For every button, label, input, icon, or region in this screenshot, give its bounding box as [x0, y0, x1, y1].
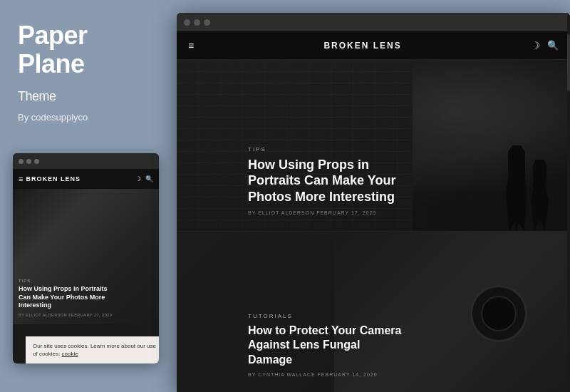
lens-inner [481, 296, 517, 331]
small-hero-content: TIPS How Using Props in Portraits Can Ma… [19, 279, 112, 317]
small-site-header: ≡ BROKEN LENS ☽ 🔍 [13, 169, 159, 189]
moon-icon: ☽ [135, 175, 141, 182]
second-content: TUTORIALS How to Protect Your Camera Aga… [248, 313, 405, 377]
scroll-indicator[interactable] [567, 31, 570, 392]
main-dot-1 [184, 19, 190, 26]
small-article-title: How Using Props in Portraits Can Make Yo… [19, 285, 111, 310]
main-header-left: ≡ [188, 40, 194, 51]
small-browser-bar [13, 153, 159, 169]
second-category: TUTORIALS [248, 313, 405, 319]
cookie-link[interactable]: cookie [61, 351, 78, 357]
hero-title[interactable]: How Using Props in Portraits Can Make Yo… [248, 157, 405, 205]
main-header-right: ☽ 🔍 [532, 40, 559, 51]
small-article-meta: BY ELLIOT ALDERSON FEBRUARY 27, 2020 [19, 313, 112, 317]
main-hamburger-icon[interactable]: ≡ [188, 40, 194, 51]
main-browser: ≡ BROKEN LENS ☽ 🔍 TIPS How Using Props i… [177, 13, 570, 392]
second-article-section: TUTORIALS How to Protect Your Camera Aga… [177, 231, 570, 392]
small-browser-preview: ≡ BROKEN LENS ☽ 🔍 TIPS How Using Props i… [13, 153, 159, 363]
main-browser-content: ≡ BROKEN LENS ☽ 🔍 TIPS How Using Props i… [177, 31, 570, 392]
theme-by: By codesupplyco [18, 112, 159, 123]
small-hero: TIPS How Using Props in Portraits Can Ma… [13, 189, 159, 324]
second-title[interactable]: How to Protect Your Camera Against Lens … [248, 324, 405, 368]
theme-subtitle: Theme [18, 89, 56, 103]
main-hero: TIPS How Using Props in Portraits Can Ma… [177, 60, 570, 231]
hamburger-icon: ≡ [19, 175, 23, 183]
small-dot-1 [19, 159, 24, 164]
small-header-right: ☽ 🔍 [135, 175, 153, 182]
hero-content: TIPS How Using Props in Portraits Can Ma… [248, 146, 405, 216]
small-dot-3 [34, 159, 39, 164]
cookie-text: Our site uses cookies. Learn more about … [33, 342, 156, 358]
second-meta: BY CYNTHIA WALLACE FEBRUARY 14, 2020 [248, 372, 405, 377]
small-dot-2 [26, 159, 31, 164]
main-search-icon[interactable]: 🔍 [547, 40, 559, 51]
hero-meta: BY ELLIOT ALDERSON FEBRUARY 17, 2020 [248, 210, 405, 215]
small-header-left: ≡ BROKEN LENS [19, 175, 81, 183]
cookie-notice: Our site uses cookies. Learn more about … [26, 336, 159, 363]
lens-shape [470, 285, 527, 342]
scroll-thumb [567, 34, 570, 91]
main-browser-bar [177, 13, 570, 31]
main-site-title: BROKEN LENS [323, 41, 401, 51]
small-tips-label: TIPS [19, 279, 112, 283]
main-moon-icon[interactable]: ☽ [532, 40, 540, 51]
hero-category: TIPS [248, 146, 405, 153]
main-site-header: ≡ BROKEN LENS ☽ 🔍 [177, 31, 570, 60]
theme-title: Paper Plane Theme [18, 21, 159, 106]
search-icon-small: 🔍 [145, 175, 153, 182]
main-dot-3 [204, 19, 210, 26]
small-site-title: BROKEN LENS [26, 175, 81, 182]
main-dot-2 [194, 19, 200, 26]
